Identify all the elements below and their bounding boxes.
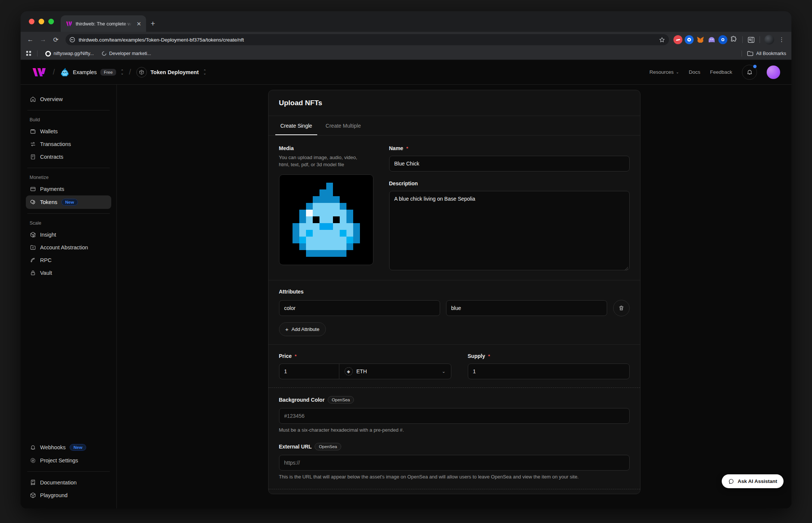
team-switcher[interactable]: Examples Free ⌃⌄ <box>60 68 124 76</box>
user-avatar[interactable] <box>767 66 780 79</box>
reload-icon[interactable]: ⟳ <box>51 34 61 45</box>
url-text: thirdweb.com/team/examples/Token-Deploym… <box>79 37 655 43</box>
sidebar-item-rpc[interactable]: RPC <box>26 254 111 267</box>
bell-icon <box>746 69 753 75</box>
resources-menu[interactable]: Resources⌄ <box>649 69 679 75</box>
sidebar-item-payments[interactable]: Payments <box>26 183 111 195</box>
window-controls <box>21 11 61 32</box>
side-panel-search-icon[interactable] <box>747 36 755 44</box>
sidebar-item-transactions[interactable]: Transactions <box>26 138 111 150</box>
sidebar-item-account-abstraction[interactable]: Account Abstraction <box>26 241 111 254</box>
background-color-input[interactable] <box>279 408 630 424</box>
forward-nav-icon[interactable]: → <box>38 34 48 45</box>
attribute-name-input[interactable] <box>279 300 440 316</box>
external-url-input[interactable] <box>279 455 630 471</box>
tab-create-single[interactable]: Create Single <box>275 116 318 135</box>
extension-blue-ring-icon[interactable] <box>685 35 694 44</box>
media-upload-preview[interactable] <box>279 174 373 265</box>
phantom-extension-icon[interactable] <box>707 35 716 44</box>
page-title: Upload NFTs <box>279 99 630 107</box>
sidebar-item-contracts[interactable]: Contracts <box>26 150 111 163</box>
metamask-extension-icon[interactable] <box>696 35 705 44</box>
delete-attribute-button[interactable] <box>613 300 630 316</box>
attribute-value-input[interactable] <box>446 300 607 316</box>
breadcrumb-separator: / <box>53 68 55 76</box>
tab-create-multiple[interactable]: Create Multiple <box>320 116 366 135</box>
sidebar-item-label: Playground <box>40 492 67 498</box>
chevron-updown-icon: ⌃⌄ <box>121 70 124 75</box>
close-window-button[interactable] <box>29 19 34 24</box>
browser-menu-icon[interactable]: ⋮ <box>776 34 787 45</box>
breadcrumb-separator: / <box>129 68 131 76</box>
sidebar-section-build: Build <box>26 115 111 125</box>
all-bookmarks-button[interactable]: All Bookmarks <box>739 51 786 57</box>
extension-red-icon[interactable] <box>673 35 682 44</box>
book-icon <box>30 480 36 486</box>
price-input[interactable] <box>279 364 339 379</box>
bookmark-star-icon[interactable] <box>659 37 665 43</box>
sidebar-item-overview[interactable]: Overview <box>26 93 111 106</box>
add-attribute-button[interactable]: + Add Attribute <box>279 322 326 336</box>
notification-dot <box>753 65 757 68</box>
bookmarks-bar: niftyswap.gg/Nifty... Developer marketi.… <box>21 48 791 60</box>
minimize-window-button[interactable] <box>39 19 44 24</box>
folder-icon <box>747 51 753 56</box>
new-tab-button[interactable]: + <box>151 19 155 28</box>
main-content: Upload NFTs Create Single Create Multipl… <box>117 85 791 508</box>
address-bar[interactable]: thirdweb.com/team/examples/Token-Deploym… <box>66 34 669 45</box>
price-label: Price* <box>279 353 451 359</box>
sidebar-item-label: Project Settings <box>40 457 78 463</box>
extensions-puzzle-icon[interactable] <box>730 36 738 44</box>
bookmark-label: Developer marketi... <box>109 51 151 56</box>
plus-icon: + <box>285 326 289 332</box>
site-settings-icon[interactable] <box>69 37 75 43</box>
zoom-window-button[interactable] <box>48 19 54 24</box>
tab-close-icon[interactable]: ✕ <box>135 20 142 28</box>
sidebar-item-label: Documentation <box>40 480 77 486</box>
back-nav-icon[interactable]: ← <box>25 34 36 45</box>
sidebar-item-playground[interactable]: Playground <box>26 489 111 502</box>
bookmark-item-niftyswap[interactable]: niftyswap.gg/Nifty... <box>43 50 96 58</box>
ask-ai-assistant-button[interactable]: Ask AI Assistant <box>722 474 784 488</box>
new-badge: New <box>70 444 86 451</box>
feedback-link[interactable]: Feedback <box>710 69 732 75</box>
project-name: Token Deployment <box>151 69 199 75</box>
project-switcher[interactable]: Token Deployment ⌃⌄ <box>136 67 206 77</box>
sidebar-item-label: Contracts <box>40 154 63 160</box>
description-textarea[interactable]: A blue chick living on Base Sepolia <box>389 191 630 270</box>
notifications-button[interactable] <box>742 65 757 80</box>
attribute-row <box>279 300 630 316</box>
thirdweb-favicon-icon <box>66 21 72 27</box>
sidebar-item-insight[interactable]: Insight <box>26 228 111 241</box>
required-asterisk: * <box>295 353 297 359</box>
browser-tab[interactable]: thirdweb: The complete web3 ✕ <box>61 15 146 32</box>
ethereum-icon: ◆ <box>345 367 353 375</box>
currency-select[interactable]: ◆ ETH ⌄ <box>339 364 451 379</box>
name-input[interactable] <box>389 156 630 171</box>
chat-bubble-icon <box>728 478 734 484</box>
thirdweb-logo[interactable] <box>32 67 48 77</box>
coins-icon <box>30 199 36 205</box>
supply-input[interactable] <box>468 364 630 379</box>
docs-link[interactable]: Docs <box>689 69 700 75</box>
tab-title: thirdweb: The complete web3 <box>76 21 132 27</box>
sidebar-item-project-settings[interactable]: Project Settings <box>26 454 111 467</box>
lock-icon <box>30 270 36 276</box>
sidebar-item-vault[interactable]: Vault <box>26 267 111 279</box>
extension-blue2-icon[interactable] <box>718 35 727 44</box>
sidebar-item-webhooks[interactable]: Webhooks New <box>26 441 111 454</box>
sidebar-item-label: Vault <box>40 270 52 276</box>
resize-grip-icon[interactable] <box>624 267 628 270</box>
tab-strip: thirdweb: The complete web3 ✕ + <box>21 11 791 32</box>
external-url-label: External URL OpenSea <box>279 443 630 450</box>
browser-profile-avatar[interactable] <box>764 35 774 45</box>
required-asterisk: * <box>488 353 490 359</box>
sidebar-item-tokens[interactable]: Tokens New <box>26 195 111 209</box>
sidebar-item-label: Insight <box>40 232 56 238</box>
sidebar-item-documentation[interactable]: Documentation <box>26 476 111 489</box>
apps-grid-icon[interactable] <box>26 51 32 57</box>
external-url-helper: This is the URL that will appear below t… <box>279 474 630 481</box>
bookmark-item-developer-marketing[interactable]: Developer marketi... <box>99 50 154 57</box>
name-label: Name* <box>389 145 630 151</box>
sidebar-item-wallets[interactable]: Wallets <box>26 125 111 138</box>
